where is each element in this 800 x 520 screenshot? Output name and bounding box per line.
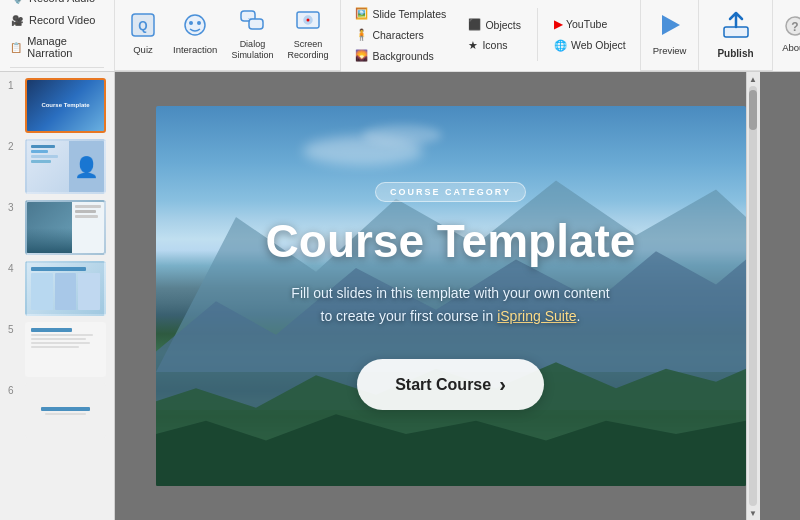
- canvas-area: COURSE CATEGORY Course Template Fill out…: [115, 72, 800, 520]
- narration-section: 🎙️ Record Audio 🎥 Record Video 📋 Manage …: [0, 0, 115, 71]
- manage-narration-icon: 📋: [10, 40, 22, 54]
- slide-templates-button[interactable]: 🖼️ Slide Templates: [349, 4, 452, 23]
- slide-preview-6: [25, 383, 106, 438]
- svg-rect-13: [724, 27, 748, 37]
- about-button[interactable]: ? About: [777, 4, 800, 64]
- web-object-icon: 🌐: [554, 39, 567, 52]
- svg-point-11: [306, 19, 309, 22]
- start-course-arrow: ›: [499, 373, 506, 396]
- objects-button[interactable]: ⬛ Objects: [462, 15, 527, 34]
- quiz-label: Quiz: [133, 44, 153, 55]
- manage-narration-button[interactable]: 📋 Manage Narration: [10, 33, 104, 61]
- right-scrollbar: ▲ ▼: [746, 72, 760, 520]
- publish-icon: [720, 9, 752, 46]
- web-object-button[interactable]: 🌐 Web Object: [548, 36, 632, 55]
- scroll-thumb[interactable]: [749, 90, 757, 130]
- slide-templates-icon: 🖼️: [355, 7, 368, 20]
- interaction-icon: [182, 12, 208, 42]
- backgrounds-button[interactable]: 🌄 Backgrounds: [349, 46, 452, 65]
- slide-panel: 1 Course Template 2 👤: [0, 72, 115, 520]
- dialog-simulation-button[interactable]: ... DialogSimulation: [225, 4, 279, 64]
- objects-icon: ⬛: [468, 18, 481, 31]
- start-course-button[interactable]: Start Course ›: [357, 359, 544, 410]
- svg-text:Q: Q: [138, 19, 147, 33]
- svg-text:?: ?: [791, 20, 798, 34]
- category-badge: COURSE CATEGORY: [375, 182, 526, 202]
- icons-button[interactable]: ★ Icons: [462, 36, 527, 54]
- slide-canvas[interactable]: COURSE CATEGORY Course Template Fill out…: [156, 106, 746, 486]
- slide-num-4: 4: [8, 261, 20, 274]
- svg-point-5: [197, 21, 201, 25]
- preview-icon: [656, 11, 684, 43]
- record-video-icon: 🎥: [10, 13, 24, 27]
- toolbar: 🎙️ Record Audio 🎥 Record Video 📋 Manage …: [0, 0, 800, 72]
- scroll-down-arrow[interactable]: ▼: [748, 508, 758, 518]
- publish-button[interactable]: Publish: [705, 4, 765, 64]
- icons-icon: ★: [468, 39, 478, 51]
- slide-num-2: 2: [8, 139, 20, 152]
- characters-icon: 🧍: [355, 28, 368, 41]
- scroll-track: [749, 86, 757, 506]
- slide-thumb-6[interactable]: 6: [8, 383, 106, 438]
- interaction-label: Interaction: [173, 44, 217, 55]
- slide-preview-1: Course Template: [25, 78, 106, 133]
- slide-thumb-3[interactable]: 3: [8, 200, 106, 255]
- slide-overlay: COURSE CATEGORY Course Template Fill out…: [156, 106, 746, 486]
- start-course-label: Start Course: [395, 376, 491, 394]
- dialog-sim-label: DialogSimulation: [231, 39, 273, 61]
- slide-thumb-2[interactable]: 2 👤: [8, 139, 106, 194]
- preview-label: Preview: [653, 45, 687, 56]
- interaction-button[interactable]: Interaction: [167, 4, 223, 64]
- slide-preview-4: [25, 261, 106, 316]
- slide-num-5: 5: [8, 322, 20, 335]
- slide-preview-3: [25, 200, 106, 255]
- svg-marker-12: [662, 15, 680, 35]
- svg-point-4: [189, 21, 193, 25]
- backgrounds-icon: 🌄: [355, 49, 368, 62]
- main-area: 1 Course Template 2 👤: [0, 72, 800, 520]
- scroll-up-arrow[interactable]: ▲: [748, 74, 758, 84]
- slide-num-6: 6: [8, 383, 20, 396]
- record-video-button[interactable]: 🎥 Record Video: [10, 11, 95, 29]
- about-label: About: [782, 42, 800, 53]
- main-title: Course Template: [266, 216, 636, 267]
- svg-rect-7: [249, 19, 263, 29]
- youtube-icon: ▶: [554, 18, 562, 31]
- slide-thumb-1[interactable]: 1 Course Template: [8, 78, 106, 133]
- youtube-button[interactable]: ▶ YouTube: [548, 15, 632, 34]
- quiz-icon: Q: [130, 12, 156, 42]
- svg-text:...: ...: [248, 13, 254, 20]
- dialog-sim-icon: ...: [239, 7, 265, 37]
- svg-point-3: [185, 15, 205, 35]
- record-audio-icon: 🎙️: [10, 0, 24, 5]
- screen-recording-icon: [295, 7, 321, 37]
- slide-preview-2: 👤: [25, 139, 106, 194]
- about-icon: ?: [784, 15, 800, 40]
- subtitle: Fill out slides in this template with yo…: [291, 282, 609, 327]
- screen-recording-label: ScreenRecording: [287, 39, 328, 61]
- slide-thumb-5[interactable]: 5: [8, 322, 106, 377]
- quiz-button[interactable]: Q Quiz: [121, 4, 165, 64]
- screen-recording-button[interactable]: ScreenRecording: [281, 4, 334, 64]
- record-audio-button[interactable]: 🎙️ Record Audio: [10, 0, 95, 7]
- slide-num-1: 1: [8, 78, 20, 91]
- preview-button[interactable]: Preview: [647, 4, 693, 64]
- characters-button[interactable]: 🧍 Characters: [349, 25, 452, 44]
- slide-num-3: 3: [8, 200, 20, 213]
- slide-preview-5: [25, 322, 106, 377]
- publish-label: Publish: [717, 48, 753, 59]
- slide-thumb-4[interactable]: 4: [8, 261, 106, 316]
